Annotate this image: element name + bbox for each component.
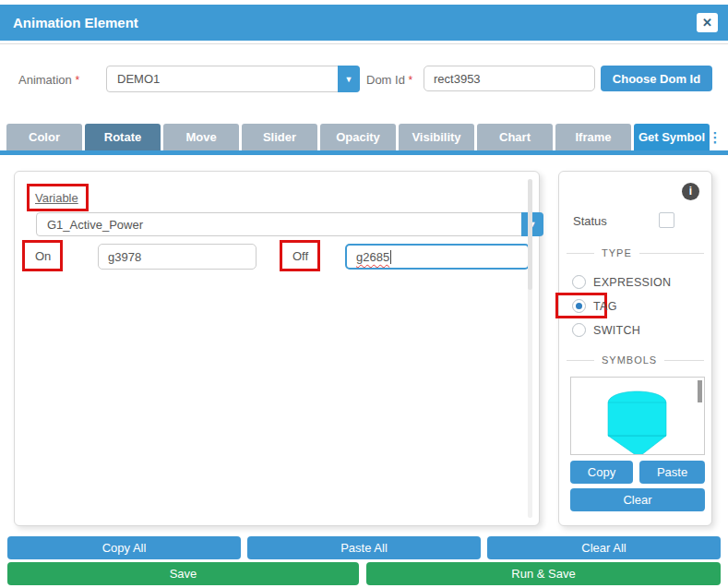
radio-circle-icon[interactable] [572, 323, 586, 337]
variable-annotation-box: Variable [27, 184, 89, 211]
on-label: On [25, 243, 60, 269]
status-row: Status [573, 214, 699, 228]
run-save-button[interactable]: Run & Save [366, 562, 721, 585]
chevron-down-icon[interactable]: ▼ [521, 212, 543, 236]
animation-select[interactable]: DEMO1 ▼ [106, 66, 360, 92]
off-value-input[interactable]: g2685 [345, 244, 530, 270]
tab-visibility[interactable]: Visibility [399, 124, 474, 150]
type-divider: TYPE [567, 247, 704, 258]
symbol-preview[interactable] [570, 377, 705, 455]
tab-bar: Color Rotate Move Slider Opacity Visibil… [6, 124, 710, 150]
modal-titlebar: Animation Element ✕ [0, 5, 728, 41]
status-label: Status [573, 214, 607, 228]
paste-all-button[interactable]: Paste All [247, 536, 481, 559]
required-asterisk: * [409, 74, 413, 87]
radio-expression[interactable]: EXPRESSION [572, 275, 671, 289]
modal-title: Animation Element [13, 5, 138, 41]
hopper-symbol-icon [571, 378, 705, 455]
more-icon[interactable]: ⋮ [708, 126, 722, 150]
header-separator [0, 43, 728, 44]
off-label: Off [282, 243, 317, 269]
close-icon[interactable]: ✕ [697, 13, 718, 32]
panel-scrollbar[interactable] [528, 179, 532, 518]
radio-switch[interactable]: SWITCH [572, 323, 640, 337]
symbol-options-panel: i Status TYPE EXPRESSION TAG SWITCH SYMB… [558, 171, 712, 526]
radio-tag[interactable]: TAG [572, 299, 617, 313]
variable-select-value: G1_Active_Power [47, 213, 143, 235]
copy-button[interactable]: Copy [570, 461, 633, 484]
status-checkbox[interactable] [659, 212, 674, 228]
radio-selected-icon[interactable] [572, 299, 586, 313]
tab-slider[interactable]: Slider [242, 124, 317, 150]
animation-element-modal: Animation Element ✕ Animation * DEMO1 ▼ … [0, 0, 728, 588]
tab-get-symbol[interactable]: Get Symbol [634, 124, 710, 150]
choose-dom-id-button[interactable]: Choose Dom Id [601, 66, 712, 91]
rotate-settings-panel: Variable G1_Active_Power ▼ On Off g2685 [14, 171, 540, 526]
chevron-down-icon[interactable]: ▼ [338, 66, 360, 92]
dom-id-input[interactable] [424, 66, 595, 91]
variable-label: Variable [30, 186, 86, 209]
on-value-input[interactable] [98, 244, 257, 270]
tab-rotate[interactable]: Rotate [85, 124, 161, 150]
tab-iframe[interactable]: Iframe [555, 124, 631, 150]
symbols-divider: SYMBOLS [567, 354, 704, 366]
tab-chart[interactable]: Chart [477, 124, 553, 150]
scrollbar-thumb[interactable] [528, 179, 532, 290]
text-caret [390, 250, 391, 264]
tab-move[interactable]: Move [163, 124, 239, 150]
paste-button[interactable]: Paste [639, 461, 705, 484]
off-value-text: g2685 [356, 250, 389, 264]
animation-select-value: DEMO1 [117, 66, 160, 91]
radio-circle-icon[interactable] [572, 275, 586, 289]
info-icon[interactable]: i [682, 183, 699, 200]
tab-underline [0, 150, 728, 155]
tab-color[interactable]: Color [6, 124, 82, 150]
tab-opacity[interactable]: Opacity [320, 124, 396, 150]
off-annotation-box: Off [280, 240, 320, 271]
clear-button[interactable]: Clear [570, 488, 705, 511]
clear-all-button[interactable]: Clear All [487, 536, 721, 559]
preview-scrollbar-thumb[interactable] [698, 380, 702, 402]
save-button[interactable]: Save [7, 562, 359, 585]
animation-label: Animation * [18, 73, 79, 87]
variable-select[interactable]: G1_Active_Power ▼ [36, 212, 543, 236]
on-annotation-box: On [22, 240, 63, 271]
dom-id-label: Dom Id * [366, 73, 412, 87]
copy-all-button[interactable]: Copy All [7, 536, 241, 559]
required-asterisk: * [75, 74, 79, 87]
